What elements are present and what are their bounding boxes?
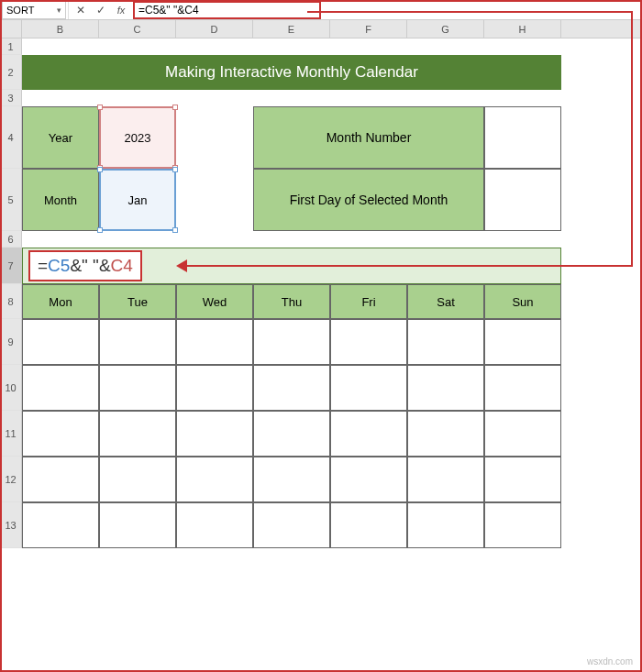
calendar-cell[interactable]: [253, 365, 330, 411]
annotation-arrow: [307, 11, 633, 13]
annotation-arrow: [631, 11, 633, 266]
formula-ref-c5: C5: [48, 256, 70, 275]
calendar-cell[interactable]: [99, 502, 176, 548]
sheet-area[interactable]: Making Interactive Monthly Calendar Year…: [22, 39, 642, 548]
calendar-cell[interactable]: [330, 502, 407, 548]
fx-icon[interactable]: fx: [115, 5, 127, 16]
input-table: Year Month 2023 Jan: [22, 106, 176, 231]
calendar-cell[interactable]: [176, 411, 253, 457]
day-header-mon[interactable]: Mon: [22, 284, 99, 319]
calendar-cell[interactable]: [407, 411, 484, 457]
annotation-arrow: [183, 265, 633, 267]
calendar-cell[interactable]: [407, 502, 484, 548]
selection-handle: [172, 227, 178, 233]
row-header-13[interactable]: 13: [0, 502, 22, 548]
calendar-cell[interactable]: [330, 411, 407, 457]
formula-string: " ": [82, 256, 99, 275]
formula-input[interactable]: =C5&" "&C4: [133, 1, 321, 19]
calendar-cell[interactable]: [99, 319, 176, 365]
calendar-cell[interactable]: [22, 457, 99, 502]
year-label-cell[interactable]: Year: [22, 106, 99, 169]
calendar-grid: [22, 319, 561, 548]
col-header-F[interactable]: F: [330, 20, 407, 38]
calendar-row: [22, 502, 561, 548]
arrow-head-icon: [176, 259, 187, 272]
calendar-cell[interactable]: [253, 457, 330, 502]
day-header-thu[interactable]: Thu: [253, 284, 330, 319]
formula-ref-c4: C4: [111, 256, 133, 275]
row-header-9[interactable]: 9: [0, 319, 22, 365]
col-header-D[interactable]: D: [176, 20, 253, 38]
year-value-cell[interactable]: 2023: [99, 106, 176, 169]
calendar-cell[interactable]: [484, 457, 561, 502]
row-header-12[interactable]: 12: [0, 457, 22, 502]
calendar-cell[interactable]: [22, 502, 99, 548]
calendar-cell[interactable]: [484, 319, 561, 365]
row-header-5[interactable]: 5: [0, 169, 22, 231]
title-banner[interactable]: Making Interactive Monthly Calendar: [22, 55, 561, 90]
calendar-day-headers: Mon Tue Wed Thu Fri Sat Sun: [22, 284, 561, 319]
selection-handle: [97, 227, 103, 233]
selection-handle: [97, 105, 103, 110]
calendar-cell[interactable]: [176, 319, 253, 365]
day-header-sat[interactable]: Sat: [407, 284, 484, 319]
row-header-6[interactable]: 6: [0, 231, 22, 248]
calendar-cell[interactable]: [330, 319, 407, 365]
row-header-4[interactable]: 4: [0, 106, 22, 169]
calendar-cell[interactable]: [99, 411, 176, 457]
calendar-cell[interactable]: [484, 502, 561, 548]
selection-handle: [172, 105, 178, 110]
col-header-G[interactable]: G: [407, 20, 484, 38]
calendar-row: [22, 411, 561, 457]
confirm-icon[interactable]: ✓: [94, 4, 107, 17]
calendar-cell[interactable]: [253, 502, 330, 548]
row-header-10[interactable]: 10: [0, 365, 22, 411]
formula-input-text: =C5&" "&C4: [138, 4, 199, 17]
col-header-B[interactable]: B: [22, 20, 99, 38]
formula-bar: SORT ▾ ✕ ✓ fx =C5&" "&C4: [0, 0, 642, 20]
day-header-fri[interactable]: Fri: [330, 284, 407, 319]
calendar-cell[interactable]: [22, 365, 99, 411]
col-header-E[interactable]: E: [253, 20, 330, 38]
month-value-cell[interactable]: Jan: [99, 169, 176, 231]
calendar-cell[interactable]: [176, 365, 253, 411]
calendar-cell[interactable]: [407, 319, 484, 365]
calendar-cell[interactable]: [99, 365, 176, 411]
day-header-tue[interactable]: Tue: [99, 284, 176, 319]
calendar-cell[interactable]: [330, 365, 407, 411]
calendar-cell[interactable]: [176, 457, 253, 502]
calendar-cell[interactable]: [484, 411, 561, 457]
month-number-label[interactable]: Month Number: [253, 106, 484, 169]
month-label-cell[interactable]: Month: [22, 169, 99, 231]
row-header-11[interactable]: 11: [0, 411, 22, 457]
first-day-label[interactable]: First Day of Selected Month: [253, 169, 484, 231]
calendar-cell[interactable]: [22, 411, 99, 457]
calendar-cell[interactable]: [330, 457, 407, 502]
first-day-value[interactable]: [484, 169, 561, 231]
calendar-cell[interactable]: [484, 365, 561, 411]
select-all-corner[interactable]: [0, 20, 22, 38]
formula-editing-overlay: =C5&" "&C4: [28, 250, 142, 281]
calendar-cell[interactable]: [99, 457, 176, 502]
dropdown-icon[interactable]: ▾: [57, 6, 61, 15]
name-box-value: SORT: [6, 5, 34, 16]
calendar-cell[interactable]: [253, 319, 330, 365]
formula-bar-buttons: ✕ ✓ fx: [68, 0, 133, 19]
row-header-7[interactable]: 7: [0, 248, 22, 284]
row-header-3[interactable]: 3: [0, 90, 22, 106]
cancel-icon[interactable]: ✕: [74, 4, 87, 17]
month-number-value[interactable]: [484, 106, 561, 169]
col-header-H[interactable]: H: [484, 20, 561, 38]
day-header-sun[interactable]: Sun: [484, 284, 561, 319]
calendar-cell[interactable]: [176, 502, 253, 548]
day-header-wed[interactable]: Wed: [176, 284, 253, 319]
calendar-cell[interactable]: [253, 411, 330, 457]
row-header-8[interactable]: 8: [0, 284, 22, 319]
calendar-cell[interactable]: [407, 365, 484, 411]
row-header-1[interactable]: 1: [0, 39, 22, 55]
col-header-C[interactable]: C: [99, 20, 176, 38]
calendar-cell[interactable]: [22, 319, 99, 365]
name-box[interactable]: SORT ▾: [2, 1, 66, 19]
calendar-cell[interactable]: [407, 457, 484, 502]
row-header-2[interactable]: 2: [0, 55, 22, 90]
